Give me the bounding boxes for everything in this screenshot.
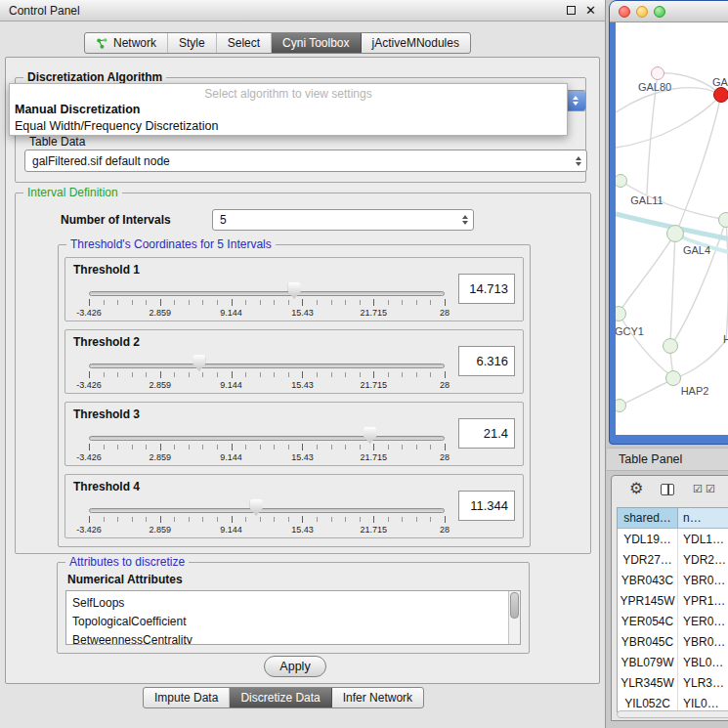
slider-track[interactable] [89, 508, 445, 513]
threshold-value-field[interactable]: 21.4 [458, 418, 515, 449]
network-canvas[interactable]: GAL80GAGAL11GAL4GCY1HHAP2 [616, 22, 728, 435]
tab-discretize-data[interactable]: Discretize Data [230, 688, 331, 707]
tab-network[interactable]: Network [85, 33, 168, 53]
threshold-slider[interactable]: -3.4262.8599.14415.4321.71528 [89, 281, 445, 321]
tab-label: Discretize Data [240, 691, 320, 705]
scrollbar-thumb[interactable] [510, 592, 519, 619]
table-row[interactable]: YER054CYER0… [618, 611, 728, 631]
column-header-name[interactable]: n… [678, 508, 728, 528]
network-node[interactable] [666, 225, 684, 242]
control-panel-content: Discretization Algorithm Table Data galF… [5, 57, 600, 684]
slider-tick-label: 9.144 [220, 452, 242, 462]
tab-jactivemnodules[interactable]: jActiveMNodules [362, 33, 470, 53]
number-of-intervals-select[interactable]: 5 [212, 209, 474, 231]
slider-thumb[interactable] [288, 282, 301, 299]
slider-tick-label: 21.715 [360, 308, 387, 318]
close-icon[interactable]: ✕ [585, 4, 596, 17]
float-window-icon[interactable] [567, 6, 576, 15]
cell-name: YBR0… [678, 631, 728, 652]
cell-name: YDR2… [678, 549, 728, 570]
menu-item-manual-discretization[interactable]: Manual Discretization [10, 101, 567, 117]
network-tab-icon [96, 37, 108, 50]
table-row[interactable]: YLR345WYLR3… [618, 672, 728, 693]
network-node[interactable] [713, 87, 728, 103]
tab-cyni-toolbox[interactable]: Cyni Toolbox [272, 33, 361, 53]
network-window-titlebar[interactable] [610, 1, 728, 22]
threshold-label: Threshold 4 [73, 480, 140, 493]
slider-thumb[interactable] [364, 427, 376, 444]
slider-track[interactable] [89, 436, 445, 441]
slider-tick-label: -3.426 [76, 525, 102, 535]
cell-name: YIL0… [678, 693, 728, 712]
list-scrollbar[interactable] [508, 591, 520, 644]
close-traffic-light[interactable] [619, 6, 630, 18]
numerical-attributes-label: Numerical Attributes [67, 573, 183, 586]
spinner-arrows-icon[interactable] [570, 150, 586, 171]
cell-shared-name: YPR145W [618, 590, 678, 611]
interval-definition-group: Interval Definition Number of Intervals … [15, 193, 591, 554]
cell-shared-name: YLR345W [618, 672, 678, 693]
table-hscrollbar[interactable] [617, 710, 728, 718]
table-row[interactable]: YPR145WYPR1… [618, 590, 728, 611]
threshold-slider[interactable]: -3.4262.8599.14415.4321.71528 [89, 354, 445, 393]
zoom-traffic-light[interactable] [654, 6, 665, 18]
slider-track[interactable] [89, 364, 445, 368]
columns-icon[interactable] [661, 484, 674, 495]
attribute-item[interactable]: SelfLoops [72, 594, 508, 613]
menu-item-equal-width-frequency[interactable]: Equal Width/Frequency Discretization [10, 117, 567, 134]
slider-major-tick [302, 516, 303, 523]
network-node[interactable] [665, 370, 681, 386]
spinner-arrows-icon[interactable] [456, 210, 473, 230]
table-row[interactable]: YBL079WYBL0… [618, 652, 728, 672]
slider-major-tick [232, 299, 233, 306]
threshold-panel: Threshold 4 11.344 -3.4262.8599.14415.43… [64, 474, 524, 538]
tab-select[interactable]: Select [217, 33, 272, 53]
slider-major-tick [89, 371, 90, 378]
discretization-group-title: Discretization Algorithm [23, 70, 166, 84]
threshold-slider[interactable]: -3.4262.8599.14415.4321.71528 [89, 426, 445, 465]
table-row[interactable]: YDR27…YDR2… [618, 549, 728, 570]
threshold-slider[interactable]: -3.4262.8599.14415.4321.71528 [89, 498, 445, 537]
attribute-item[interactable]: BetweennessCentrality [72, 631, 508, 644]
network-node[interactable] [651, 66, 664, 80]
combo-arrows-icon[interactable] [565, 91, 585, 110]
column-header-shared-name[interactable]: shared… [618, 508, 678, 528]
slider-major-tick [89, 444, 90, 450]
table-row[interactable]: YBR043CYBR0… [618, 570, 728, 590]
slider-major-tick [89, 516, 90, 523]
gear-icon[interactable]: ⚙ [629, 479, 643, 497]
table-row[interactable]: YIL052CYIL0… [618, 693, 728, 712]
network-node[interactable] [663, 338, 678, 354]
tab-label: Network [113, 36, 156, 50]
dropdown-placeholder: Select algorithm to view settings [10, 84, 567, 101]
threshold-value-field[interactable]: 6.316 [458, 346, 515, 376]
slider-tick-label: 21.715 [360, 525, 387, 535]
slider-tick-label: 2.859 [150, 380, 172, 390]
tab-infer-network[interactable]: Infer Network [332, 688, 423, 707]
desktop: Control Panel ✕ NetworkStyleSelectCyni T… [0, 0, 728, 728]
minimize-traffic-light[interactable] [636, 6, 648, 18]
table-data-select[interactable]: galFiltered.sif default node [24, 150, 587, 172]
table-row[interactable]: YBR045CYBR0… [618, 631, 728, 652]
network-node[interactable] [718, 212, 728, 228]
slider-major-tick [160, 299, 161, 306]
select-columns-checkboxes-icon[interactable]: ☑ ☑ [693, 483, 715, 495]
cell-shared-name: YIL052C [618, 693, 678, 712]
slider-track[interactable] [89, 291, 445, 296]
control-panel-titlebar[interactable]: Control Panel ✕ [0, 0, 605, 21]
attribute-list[interactable]: SelfLoopsTopologicalCoefficientBetweenne… [65, 590, 521, 645]
apply-button[interactable]: Apply [264, 656, 326, 677]
attribute-item[interactable]: TopologicalCoefficient [72, 613, 508, 631]
slider-tick-label: 15.43 [291, 525, 314, 535]
slider-major-tick [445, 371, 446, 378]
tab-impute-data[interactable]: Impute Data [144, 688, 230, 707]
slider-tick-label: 2.859 [150, 308, 172, 318]
table-panel-header: Table Panel [607, 448, 728, 471]
slider-thumb[interactable] [250, 499, 263, 516]
tab-style[interactable]: Style [168, 33, 217, 53]
slider-thumb[interactable] [193, 355, 205, 371]
threshold-value-field[interactable]: 14.713 [458, 274, 515, 304]
slider-tick-label: 21.715 [360, 452, 387, 462]
table-row[interactable]: YDL19…YDL1… [618, 529, 728, 549]
threshold-value-field[interactable]: 11.344 [458, 491, 515, 521]
